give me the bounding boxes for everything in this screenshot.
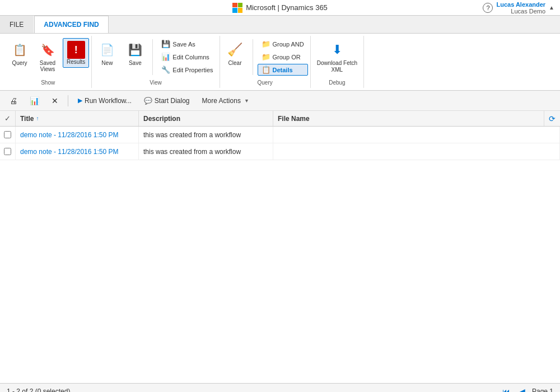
ribbon-group-view: 📄 New 💾 Save 💾 Save As 📊 Edit Columns 🔧 (92, 36, 220, 88)
status-bar: 1 - 2 of 2 (0 selected) ⏮ ◀ Page 1 (0, 383, 560, 392)
details-label: Details (273, 67, 293, 73)
ms-logo (232, 3, 242, 13)
refresh-button[interactable]: ⟳ (544, 114, 560, 123)
query-button[interactable]: 📋 Query (7, 38, 32, 69)
more-actions-label: More Actions (202, 97, 241, 105)
close-row-icon: ✕ (52, 96, 58, 105)
row-desc-1: this was created from a workflow (139, 127, 273, 143)
saved-views-button[interactable]: 🔖 SavedViews (35, 38, 60, 75)
page-label: Page 1 (532, 388, 553, 393)
export-button[interactable]: 📊 (25, 94, 44, 108)
group-or-label: Group OR (273, 54, 301, 60)
edit-columns-button[interactable]: 📊 Edit Columns (157, 51, 217, 63)
user-sub: Lucas Demo (511, 8, 545, 15)
run-workflow-button[interactable]: ▶ Run Workflow... (73, 95, 137, 107)
ribbon: 📋 Query 🔖 SavedViews ! Results Show 📄 Ne… (0, 34, 560, 91)
edit-properties-button[interactable]: 🔧 Edit Properties (157, 64, 217, 76)
saved-views-label: SavedViews (40, 60, 55, 72)
group-and-button[interactable]: 📁 Group AND (258, 38, 308, 50)
help-icon[interactable]: ? (483, 3, 493, 13)
select-all-checkbox[interactable]: ✓ (0, 111, 16, 126)
details-icon: 📋 (262, 66, 270, 74)
clear-label: Clear (228, 60, 242, 66)
group-and-label: Group AND (273, 41, 304, 48)
edit-columns-icon: 📊 (161, 53, 170, 61)
row-filename-2 (273, 143, 560, 160)
print-button[interactable]: 🖨 (4, 94, 22, 108)
start-dialog-label: Start Dialog (155, 97, 190, 105)
download-label: Download FetchXML (317, 60, 357, 73)
results-button[interactable]: ! Results (63, 38, 89, 68)
status-info: 1 - 2 of 2 (0 selected) (7, 388, 70, 393)
details-button[interactable]: 📋 Details (258, 64, 308, 76)
top-bar: Microsoft | Dynamics 365 ? Lucas Alexand… (0, 0, 560, 16)
view-group-label: View (92, 78, 219, 87)
user-info: Lucas Alexander Lucas Demo (496, 1, 545, 15)
status-nav: ⏮ ◀ Page 1 (500, 387, 553, 393)
table-row: demo note - 11/28/2016 1:50 PM this was … (0, 143, 560, 160)
row-title-2[interactable]: demo note - 11/28/2016 1:50 PM (16, 143, 139, 160)
query-group-label: Query (220, 78, 310, 87)
run-workflow-label: Run Workflow... (85, 97, 132, 105)
query-icon: 📋 (11, 41, 29, 59)
save-label: Save (129, 60, 142, 66)
save-as-button[interactable]: 💾 Save As (157, 38, 217, 50)
edit-properties-label: Edit Properties (172, 67, 213, 73)
download-fetch-xml-button[interactable]: ⬇ Download FetchXML (313, 38, 361, 76)
group-and-icon: 📁 (262, 40, 270, 48)
start-dialog-button[interactable]: 💬 Start Dialog (139, 95, 195, 107)
ribbon-group-show: 📋 Query 🔖 SavedViews ! Results Show (4, 36, 92, 88)
ribbon-group-debug: ⬇ Download FetchXML Debug (311, 36, 364, 88)
results-icon: ! (67, 41, 85, 59)
table-row: demo note - 11/28/2016 1:50 PM this was … (0, 127, 560, 143)
row-title-1[interactable]: demo note - 11/28/2016 1:50 PM (16, 127, 139, 143)
toolbar: 🖨 📊 ✕ ▶ Run Workflow... 💬 Start Dialog M… (0, 91, 560, 111)
main-content: 🖨 📊 ✕ ▶ Run Workflow... 💬 Start Dialog M… (0, 91, 560, 392)
app-title: Microsoft | Dynamics 365 (232, 3, 328, 13)
checkbox-1[interactable] (4, 131, 11, 138)
col-title-label: Title (20, 115, 34, 123)
user-area: ? Lucas Alexander Lucas Demo ▲ (483, 1, 554, 15)
results-label: Results (67, 59, 85, 65)
close-row-button[interactable]: ✕ (46, 94, 63, 108)
start-dialog-icon: 💬 (144, 97, 152, 105)
save-as-label: Save As (172, 41, 195, 48)
show-group-label: Show (4, 78, 91, 87)
col-desc-label: Description (143, 115, 180, 123)
clear-button[interactable]: 🧹 Clear (222, 38, 248, 69)
new-button[interactable]: 📄 New (94, 38, 120, 69)
checkbox-2[interactable] (4, 148, 11, 155)
tab-advanced-find[interactable]: ADVANCED FIND (34, 16, 108, 33)
more-actions-button[interactable]: More Actions ▼ (197, 95, 254, 107)
grid-header: ✓ Title ↑ Description File Name ⟳ (0, 111, 560, 127)
new-icon: 📄 (98, 41, 116, 59)
nav-prev-button[interactable]: ◀ (517, 387, 528, 393)
row-checkbox-1[interactable] (0, 127, 16, 143)
column-header-title[interactable]: Title ↑ (16, 111, 139, 126)
tab-file[interactable]: FILE (0, 16, 33, 33)
column-header-filename[interactable]: File Name (273, 111, 544, 126)
row-filename-1 (273, 127, 560, 143)
grid: ✓ Title ↑ Description File Name ⟳ demo n… (0, 111, 560, 392)
save-button[interactable]: 💾 Save (122, 38, 148, 69)
group-or-button[interactable]: 📁 Group OR (258, 51, 308, 63)
sort-icon: ↑ (36, 115, 39, 122)
run-workflow-icon: ▶ (78, 97, 82, 104)
tab-bar: FILE ADVANCED FIND (0, 16, 560, 34)
edit-properties-icon: 🔧 (161, 66, 170, 74)
download-icon: ⬇ (328, 41, 346, 59)
save-as-icon: 💾 (161, 40, 170, 48)
toolbar-sep-1 (68, 95, 68, 106)
query-label: Query (12, 60, 27, 66)
saved-views-icon: 🔖 (39, 41, 57, 59)
save-icon: 💾 (126, 41, 144, 59)
column-header-description[interactable]: Description (139, 111, 273, 126)
row-desc-2: this was created from a workflow (139, 143, 273, 160)
nav-first-button[interactable]: ⏮ (500, 387, 512, 393)
user-chevron-icon[interactable]: ▲ (549, 4, 554, 11)
group-or-icon: 📁 (262, 53, 270, 61)
user-name: Lucas Alexander (496, 1, 545, 8)
debug-group-label: Debug (311, 78, 363, 87)
row-checkbox-2[interactable] (0, 143, 16, 160)
col-filename-label: File Name (278, 115, 310, 123)
